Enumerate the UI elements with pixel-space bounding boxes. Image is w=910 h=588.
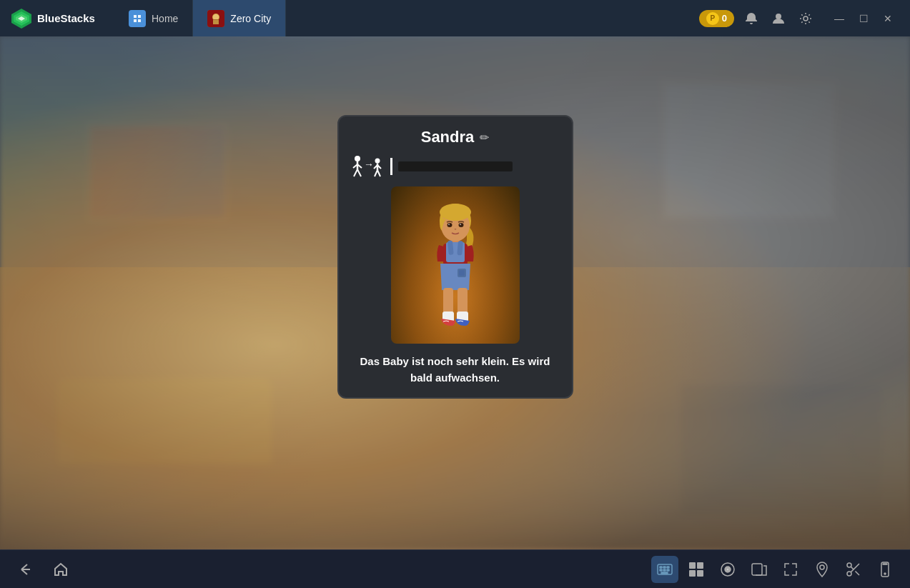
level-divider <box>390 158 392 175</box>
svg-rect-49 <box>663 567 666 568</box>
svg-rect-8 <box>138 19 141 22</box>
tab-home[interactable]: Home <box>114 0 193 36</box>
svg-rect-53 <box>667 569 669 571</box>
svg-line-21 <box>357 169 361 176</box>
svg-point-12 <box>213 14 219 20</box>
location-button[interactable] <box>808 556 836 583</box>
svg-rect-52 <box>663 569 666 571</box>
maximize-button[interactable]: ☐ <box>853 8 874 29</box>
svg-rect-54 <box>661 572 668 574</box>
tabs-area: Home Zero City <box>114 0 688 36</box>
level-bar-container <box>390 158 513 175</box>
svg-rect-55 <box>689 562 696 569</box>
svg-rect-56 <box>697 562 703 569</box>
character-name: Sandra <box>421 128 475 146</box>
svg-line-27 <box>375 170 377 176</box>
card-description: Das Baby ist noch sehr klein. Es wird ba… <box>350 354 560 386</box>
expand-button[interactable] <box>777 556 804 583</box>
screenshot-button[interactable] <box>840 556 867 583</box>
card-description-text: Das Baby ist noch sehr klein. Es wird ba… <box>360 355 550 384</box>
bluestacks-brand-text: BlueStacks <box>37 12 95 24</box>
svg-rect-58 <box>697 570 703 577</box>
svg-point-35 <box>448 224 450 225</box>
titlebar-right: P 0 — ☐ ✕ <box>688 8 910 29</box>
svg-rect-62 <box>752 564 762 575</box>
svg-point-14 <box>776 14 781 19</box>
close-button[interactable]: ✕ <box>877 8 899 29</box>
game-area: Sandra ✏ → <box>0 36 910 549</box>
keyboard-grid-button[interactable] <box>683 556 710 583</box>
card-stats-row: → <box>350 155 560 178</box>
notification-bell-button[interactable] <box>741 9 761 29</box>
svg-rect-57 <box>689 570 696 577</box>
bluestacks-logo-icon <box>10 7 33 30</box>
svg-line-28 <box>377 170 380 176</box>
svg-rect-48 <box>660 567 662 568</box>
window-controls: — ☐ ✕ <box>829 8 899 29</box>
svg-point-36 <box>460 224 461 225</box>
svg-rect-7 <box>134 19 137 22</box>
svg-rect-46 <box>459 270 465 276</box>
zerocity-tab-icon <box>207 10 224 27</box>
profile-button[interactable] <box>768 9 788 29</box>
svg-point-15 <box>803 16 808 21</box>
svg-point-34 <box>458 223 463 227</box>
minimize-button[interactable]: — <box>829 8 850 29</box>
bottom-right-controls <box>651 556 899 583</box>
svg-point-61 <box>727 568 729 570</box>
keyboard-rect-button[interactable] <box>651 556 678 583</box>
tab-zerocity[interactable]: Zero City <box>193 0 286 36</box>
svg-rect-13 <box>214 19 218 20</box>
character-type-icon: → <box>350 155 385 178</box>
titlebar: BlueStacks Home <box>0 0 910 36</box>
svg-rect-50 <box>667 567 669 568</box>
character-figure <box>409 201 502 344</box>
coin-icon: P <box>706 12 719 25</box>
svg-rect-6 <box>138 15 141 18</box>
level-bar <box>398 161 513 171</box>
svg-point-16 <box>355 156 360 161</box>
zerocity-tab-label: Zero City <box>230 13 271 24</box>
svg-rect-68 <box>883 564 887 564</box>
svg-rect-11 <box>213 20 219 24</box>
svg-line-20 <box>354 169 357 176</box>
svg-point-32 <box>440 204 471 221</box>
svg-point-23 <box>375 159 380 164</box>
bottom-left-controls <box>11 556 74 583</box>
back-button[interactable] <box>11 556 39 583</box>
card-header: Sandra ✏ <box>350 128 560 146</box>
settings-button[interactable] <box>796 9 816 29</box>
svg-rect-5 <box>134 15 137 18</box>
svg-rect-51 <box>660 569 662 571</box>
multi-instance-button[interactable] <box>746 556 773 583</box>
svg-point-64 <box>847 563 851 567</box>
home-tab-label: Home <box>152 13 178 24</box>
character-card: Sandra ✏ → <box>337 115 573 399</box>
home-tab-icon <box>129 10 146 27</box>
svg-point-65 <box>847 572 851 576</box>
coin-count: 0 <box>722 13 727 24</box>
edit-name-button[interactable]: ✏ <box>480 131 489 144</box>
phone-button[interactable] <box>871 556 899 583</box>
svg-text:→: → <box>364 159 374 170</box>
bottom-bar <box>0 549 910 588</box>
svg-point-63 <box>820 565 824 569</box>
svg-point-33 <box>447 223 452 227</box>
target-button[interactable] <box>714 556 741 583</box>
bluestacks-logo: BlueStacks <box>0 7 114 30</box>
svg-point-67 <box>884 573 886 574</box>
character-portrait <box>391 186 520 344</box>
home-button[interactable] <box>47 556 74 583</box>
coin-badge[interactable]: P 0 <box>699 10 734 27</box>
